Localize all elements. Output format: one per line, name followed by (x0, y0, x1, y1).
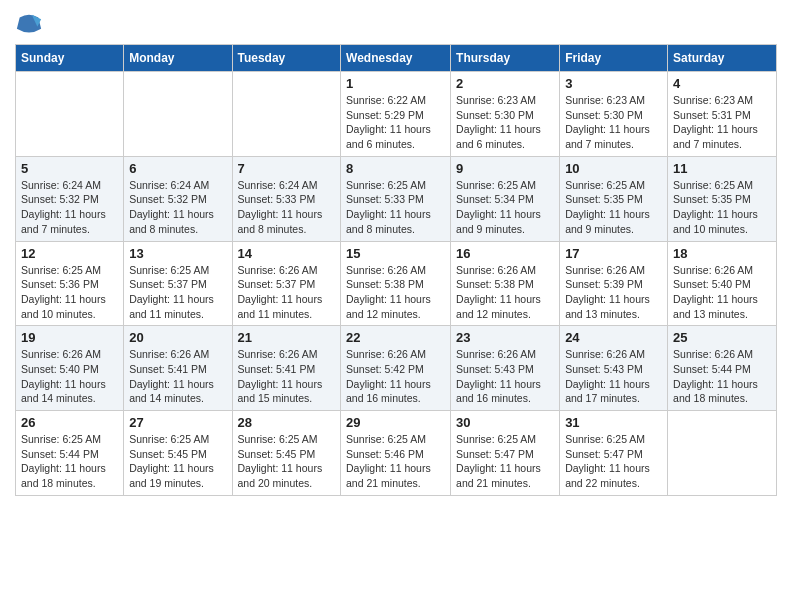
day-info: Sunrise: 6:26 AMSunset: 5:44 PMDaylight:… (673, 347, 771, 406)
calendar-cell: 18Sunrise: 6:26 AMSunset: 5:40 PMDayligh… (668, 241, 777, 326)
calendar-cell (668, 411, 777, 496)
day-number: 8 (346, 161, 445, 176)
calendar-cell: 21Sunrise: 6:26 AMSunset: 5:41 PMDayligh… (232, 326, 341, 411)
weekday-header-sunday: Sunday (16, 45, 124, 72)
calendar-cell: 10Sunrise: 6:25 AMSunset: 5:35 PMDayligh… (560, 156, 668, 241)
calendar-cell: 31Sunrise: 6:25 AMSunset: 5:47 PMDayligh… (560, 411, 668, 496)
day-info: Sunrise: 6:24 AMSunset: 5:32 PMDaylight:… (129, 178, 226, 237)
day-number: 6 (129, 161, 226, 176)
day-info: Sunrise: 6:25 AMSunset: 5:35 PMDaylight:… (565, 178, 662, 237)
calendar-cell: 6Sunrise: 6:24 AMSunset: 5:32 PMDaylight… (124, 156, 232, 241)
day-number: 1 (346, 76, 445, 91)
weekday-header-monday: Monday (124, 45, 232, 72)
calendar-cell: 17Sunrise: 6:26 AMSunset: 5:39 PMDayligh… (560, 241, 668, 326)
calendar-table: SundayMondayTuesdayWednesdayThursdayFrid… (15, 44, 777, 496)
day-info: Sunrise: 6:26 AMSunset: 5:42 PMDaylight:… (346, 347, 445, 406)
day-info: Sunrise: 6:23 AMSunset: 5:30 PMDaylight:… (456, 93, 554, 152)
day-number: 9 (456, 161, 554, 176)
day-info: Sunrise: 6:24 AMSunset: 5:33 PMDaylight:… (238, 178, 336, 237)
weekday-header-saturday: Saturday (668, 45, 777, 72)
day-number: 4 (673, 76, 771, 91)
day-number: 19 (21, 330, 118, 345)
day-number: 5 (21, 161, 118, 176)
day-number: 12 (21, 246, 118, 261)
calendar-cell: 15Sunrise: 6:26 AMSunset: 5:38 PMDayligh… (341, 241, 451, 326)
day-number: 29 (346, 415, 445, 430)
day-info: Sunrise: 6:26 AMSunset: 5:43 PMDaylight:… (565, 347, 662, 406)
calendar-cell: 8Sunrise: 6:25 AMSunset: 5:33 PMDaylight… (341, 156, 451, 241)
day-number: 28 (238, 415, 336, 430)
calendar-cell: 7Sunrise: 6:24 AMSunset: 5:33 PMDaylight… (232, 156, 341, 241)
calendar-cell: 26Sunrise: 6:25 AMSunset: 5:44 PMDayligh… (16, 411, 124, 496)
calendar-cell (232, 72, 341, 157)
day-info: Sunrise: 6:25 AMSunset: 5:37 PMDaylight:… (129, 263, 226, 322)
calendar-cell: 5Sunrise: 6:24 AMSunset: 5:32 PMDaylight… (16, 156, 124, 241)
calendar-cell: 2Sunrise: 6:23 AMSunset: 5:30 PMDaylight… (451, 72, 560, 157)
day-info: Sunrise: 6:25 AMSunset: 5:45 PMDaylight:… (238, 432, 336, 491)
day-info: Sunrise: 6:26 AMSunset: 5:41 PMDaylight:… (129, 347, 226, 406)
calendar-cell: 19Sunrise: 6:26 AMSunset: 5:40 PMDayligh… (16, 326, 124, 411)
day-number: 27 (129, 415, 226, 430)
calendar-cell (124, 72, 232, 157)
calendar-cell: 29Sunrise: 6:25 AMSunset: 5:46 PMDayligh… (341, 411, 451, 496)
day-number: 13 (129, 246, 226, 261)
calendar-cell: 24Sunrise: 6:26 AMSunset: 5:43 PMDayligh… (560, 326, 668, 411)
day-number: 30 (456, 415, 554, 430)
calendar-week-row: 5Sunrise: 6:24 AMSunset: 5:32 PMDaylight… (16, 156, 777, 241)
calendar-cell: 1Sunrise: 6:22 AMSunset: 5:29 PMDaylight… (341, 72, 451, 157)
calendar-cell: 4Sunrise: 6:23 AMSunset: 5:31 PMDaylight… (668, 72, 777, 157)
day-info: Sunrise: 6:26 AMSunset: 5:41 PMDaylight:… (238, 347, 336, 406)
day-info: Sunrise: 6:26 AMSunset: 5:40 PMDaylight:… (673, 263, 771, 322)
day-number: 17 (565, 246, 662, 261)
day-number: 14 (238, 246, 336, 261)
day-info: Sunrise: 6:26 AMSunset: 5:37 PMDaylight:… (238, 263, 336, 322)
calendar-cell: 16Sunrise: 6:26 AMSunset: 5:38 PMDayligh… (451, 241, 560, 326)
calendar-cell: 9Sunrise: 6:25 AMSunset: 5:34 PMDaylight… (451, 156, 560, 241)
day-info: Sunrise: 6:26 AMSunset: 5:39 PMDaylight:… (565, 263, 662, 322)
calendar-cell: 23Sunrise: 6:26 AMSunset: 5:43 PMDayligh… (451, 326, 560, 411)
calendar-body: 1Sunrise: 6:22 AMSunset: 5:29 PMDaylight… (16, 72, 777, 496)
weekday-header-tuesday: Tuesday (232, 45, 341, 72)
day-number: 7 (238, 161, 336, 176)
day-info: Sunrise: 6:25 AMSunset: 5:34 PMDaylight:… (456, 178, 554, 237)
day-number: 24 (565, 330, 662, 345)
calendar-header: SundayMondayTuesdayWednesdayThursdayFrid… (16, 45, 777, 72)
weekday-header-row: SundayMondayTuesdayWednesdayThursdayFrid… (16, 45, 777, 72)
weekday-header-wednesday: Wednesday (341, 45, 451, 72)
day-number: 20 (129, 330, 226, 345)
day-info: Sunrise: 6:25 AMSunset: 5:47 PMDaylight:… (456, 432, 554, 491)
page-header (15, 10, 777, 38)
weekday-header-friday: Friday (560, 45, 668, 72)
calendar-cell (16, 72, 124, 157)
logo (15, 10, 47, 38)
day-number: 18 (673, 246, 771, 261)
day-number: 11 (673, 161, 771, 176)
calendar-cell: 13Sunrise: 6:25 AMSunset: 5:37 PMDayligh… (124, 241, 232, 326)
calendar-cell: 25Sunrise: 6:26 AMSunset: 5:44 PMDayligh… (668, 326, 777, 411)
day-number: 10 (565, 161, 662, 176)
calendar-week-row: 26Sunrise: 6:25 AMSunset: 5:44 PMDayligh… (16, 411, 777, 496)
calendar-cell: 14Sunrise: 6:26 AMSunset: 5:37 PMDayligh… (232, 241, 341, 326)
day-number: 3 (565, 76, 662, 91)
day-info: Sunrise: 6:25 AMSunset: 5:33 PMDaylight:… (346, 178, 445, 237)
day-info: Sunrise: 6:24 AMSunset: 5:32 PMDaylight:… (21, 178, 118, 237)
day-number: 26 (21, 415, 118, 430)
calendar-week-row: 12Sunrise: 6:25 AMSunset: 5:36 PMDayligh… (16, 241, 777, 326)
day-info: Sunrise: 6:25 AMSunset: 5:46 PMDaylight:… (346, 432, 445, 491)
calendar-cell: 3Sunrise: 6:23 AMSunset: 5:30 PMDaylight… (560, 72, 668, 157)
day-info: Sunrise: 6:25 AMSunset: 5:44 PMDaylight:… (21, 432, 118, 491)
calendar-cell: 27Sunrise: 6:25 AMSunset: 5:45 PMDayligh… (124, 411, 232, 496)
day-number: 2 (456, 76, 554, 91)
day-number: 16 (456, 246, 554, 261)
weekday-header-thursday: Thursday (451, 45, 560, 72)
day-info: Sunrise: 6:25 AMSunset: 5:35 PMDaylight:… (673, 178, 771, 237)
day-number: 23 (456, 330, 554, 345)
day-number: 21 (238, 330, 336, 345)
day-info: Sunrise: 6:26 AMSunset: 5:38 PMDaylight:… (456, 263, 554, 322)
day-info: Sunrise: 6:23 AMSunset: 5:30 PMDaylight:… (565, 93, 662, 152)
calendar-cell: 12Sunrise: 6:25 AMSunset: 5:36 PMDayligh… (16, 241, 124, 326)
day-number: 15 (346, 246, 445, 261)
day-info: Sunrise: 6:25 AMSunset: 5:45 PMDaylight:… (129, 432, 226, 491)
day-info: Sunrise: 6:23 AMSunset: 5:31 PMDaylight:… (673, 93, 771, 152)
calendar-week-row: 19Sunrise: 6:26 AMSunset: 5:40 PMDayligh… (16, 326, 777, 411)
